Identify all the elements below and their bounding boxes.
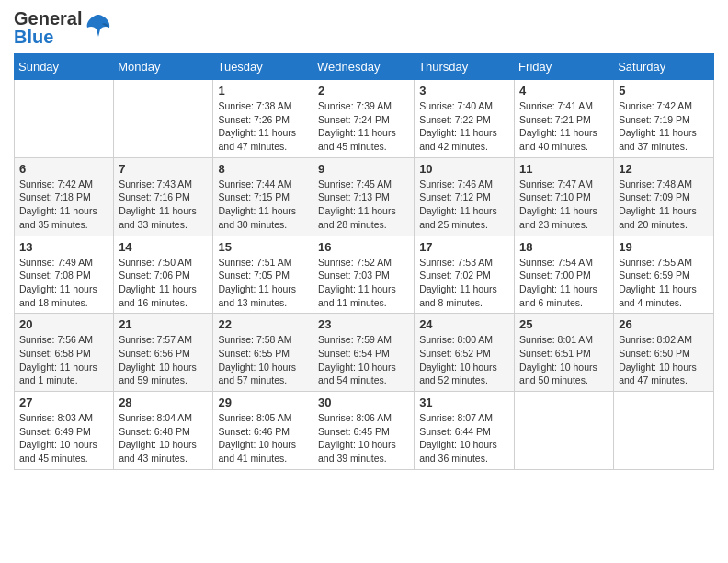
day-number: 18 <box>519 240 609 254</box>
calendar-week-row: 6Sunrise: 7:42 AM Sunset: 7:18 PM Daylig… <box>15 157 714 236</box>
calendar-cell: 28Sunrise: 8:04 AM Sunset: 6:48 PM Dayli… <box>114 392 213 470</box>
day-number: 1 <box>218 84 308 98</box>
calendar-cell: 2Sunrise: 7:39 AM Sunset: 7:24 PM Daylig… <box>313 80 415 158</box>
calendar: SundayMondayTuesdayWednesdayThursdayFrid… <box>14 53 714 470</box>
logo-blue-text: Blue <box>14 28 82 46</box>
day-of-week-header: Wednesday <box>313 54 415 80</box>
day-number: 11 <box>519 162 609 176</box>
day-number: 31 <box>419 396 509 409</box>
day-info: Sunrise: 7:40 AM Sunset: 7:22 PM Dayligh… <box>419 99 509 154</box>
calendar-cell: 13Sunrise: 7:49 AM Sunset: 7:08 PM Dayli… <box>15 236 114 314</box>
day-info: Sunrise: 7:54 AM Sunset: 7:00 PM Dayligh… <box>519 256 609 310</box>
day-of-week-header: Monday <box>114 54 213 80</box>
calendar-cell <box>515 392 614 470</box>
calendar-cell: 16Sunrise: 7:52 AM Sunset: 7:03 PM Dayli… <box>313 236 415 314</box>
day-info: Sunrise: 7:44 AM Sunset: 7:15 PM Dayligh… <box>218 178 308 232</box>
day-info: Sunrise: 7:52 AM Sunset: 7:03 PM Dayligh… <box>318 256 409 310</box>
day-info: Sunrise: 7:57 AM Sunset: 6:56 PM Dayligh… <box>119 333 208 387</box>
calendar-cell: 22Sunrise: 7:58 AM Sunset: 6:55 PM Dayli… <box>213 314 313 392</box>
day-number: 13 <box>19 240 108 254</box>
calendar-cell: 9Sunrise: 7:45 AM Sunset: 7:13 PM Daylig… <box>313 157 415 236</box>
calendar-cell: 25Sunrise: 8:01 AM Sunset: 6:51 PM Dayli… <box>515 314 614 392</box>
day-number: 10 <box>419 162 509 176</box>
day-of-week-header: Sunday <box>15 54 114 80</box>
day-of-week-header: Thursday <box>415 54 515 80</box>
day-info: Sunrise: 7:55 AM Sunset: 6:59 PM Dayligh… <box>619 256 709 310</box>
calendar-cell: 7Sunrise: 7:43 AM Sunset: 7:16 PM Daylig… <box>114 157 213 236</box>
days-of-week-row: SundayMondayTuesdayWednesdayThursdayFrid… <box>15 54 714 80</box>
calendar-cell: 27Sunrise: 8:03 AM Sunset: 6:49 PM Dayli… <box>15 392 114 470</box>
logo-general-text: General <box>14 9 82 28</box>
calendar-cell: 11Sunrise: 7:47 AM Sunset: 7:10 PM Dayli… <box>515 157 614 236</box>
calendar-week-row: 20Sunrise: 7:56 AM Sunset: 6:58 PM Dayli… <box>15 314 714 392</box>
day-info: Sunrise: 7:51 AM Sunset: 7:05 PM Dayligh… <box>218 256 308 310</box>
day-info: Sunrise: 7:59 AM Sunset: 6:54 PM Dayligh… <box>318 333 409 387</box>
day-info: Sunrise: 8:01 AM Sunset: 6:51 PM Dayligh… <box>519 333 609 387</box>
day-number: 8 <box>218 162 308 176</box>
day-number: 6 <box>19 162 108 176</box>
calendar-cell: 30Sunrise: 8:06 AM Sunset: 6:45 PM Dayli… <box>313 392 415 470</box>
day-info: Sunrise: 8:05 AM Sunset: 6:46 PM Dayligh… <box>218 411 308 465</box>
calendar-cell: 26Sunrise: 8:02 AM Sunset: 6:50 PM Dayli… <box>614 314 714 392</box>
day-info: Sunrise: 7:48 AM Sunset: 7:09 PM Dayligh… <box>619 178 709 232</box>
day-number: 27 <box>19 396 108 409</box>
day-number: 17 <box>419 240 509 254</box>
calendar-cell: 18Sunrise: 7:54 AM Sunset: 7:00 PM Dayli… <box>515 236 614 314</box>
day-info: Sunrise: 7:47 AM Sunset: 7:10 PM Dayligh… <box>519 178 609 232</box>
day-number: 9 <box>318 162 409 176</box>
calendar-cell: 20Sunrise: 7:56 AM Sunset: 6:58 PM Dayli… <box>15 314 114 392</box>
day-info: Sunrise: 7:43 AM Sunset: 7:16 PM Dayligh… <box>119 178 208 232</box>
header: General Blue <box>14 9 714 46</box>
day-number: 25 <box>519 317 609 331</box>
day-number: 29 <box>218 396 308 409</box>
day-number: 28 <box>119 396 208 409</box>
day-of-week-header: Friday <box>515 54 614 80</box>
day-number: 16 <box>318 240 409 254</box>
calendar-cell <box>614 392 714 470</box>
day-number: 23 <box>318 317 409 331</box>
calendar-cell: 19Sunrise: 7:55 AM Sunset: 6:59 PM Dayli… <box>614 236 714 314</box>
day-number: 12 <box>619 162 709 176</box>
day-info: Sunrise: 8:04 AM Sunset: 6:48 PM Dayligh… <box>119 411 208 465</box>
calendar-week-row: 13Sunrise: 7:49 AM Sunset: 7:08 PM Dayli… <box>15 236 714 314</box>
calendar-cell: 1Sunrise: 7:38 AM Sunset: 7:26 PM Daylig… <box>213 80 313 158</box>
day-number: 4 <box>519 84 609 98</box>
calendar-week-row: 1Sunrise: 7:38 AM Sunset: 7:26 PM Daylig… <box>15 80 714 158</box>
day-info: Sunrise: 8:03 AM Sunset: 6:49 PM Dayligh… <box>19 411 108 465</box>
day-info: Sunrise: 7:42 AM Sunset: 7:19 PM Dayligh… <box>619 99 709 154</box>
day-info: Sunrise: 7:56 AM Sunset: 6:58 PM Dayligh… <box>19 333 108 387</box>
day-info: Sunrise: 7:39 AM Sunset: 7:24 PM Dayligh… <box>318 99 409 154</box>
calendar-header: SundayMondayTuesdayWednesdayThursdayFrid… <box>15 54 714 80</box>
day-number: 22 <box>218 317 308 331</box>
logo: General Blue <box>14 9 113 46</box>
day-info: Sunrise: 7:42 AM Sunset: 7:18 PM Dayligh… <box>19 178 108 232</box>
day-number: 20 <box>19 317 108 331</box>
day-info: Sunrise: 7:38 AM Sunset: 7:26 PM Dayligh… <box>218 99 308 154</box>
day-info: Sunrise: 8:00 AM Sunset: 6:52 PM Dayligh… <box>419 333 509 387</box>
calendar-cell: 12Sunrise: 7:48 AM Sunset: 7:09 PM Dayli… <box>614 157 714 236</box>
day-info: Sunrise: 7:45 AM Sunset: 7:13 PM Dayligh… <box>318 178 409 232</box>
day-number: 2 <box>318 84 409 98</box>
day-info: Sunrise: 7:50 AM Sunset: 7:06 PM Dayligh… <box>119 256 208 310</box>
logo-bird-icon <box>84 11 113 40</box>
day-number: 15 <box>218 240 308 254</box>
calendar-cell: 5Sunrise: 7:42 AM Sunset: 7:19 PM Daylig… <box>614 80 714 158</box>
calendar-week-row: 27Sunrise: 8:03 AM Sunset: 6:49 PM Dayli… <box>15 392 714 470</box>
day-info: Sunrise: 7:41 AM Sunset: 7:21 PM Dayligh… <box>519 99 609 154</box>
day-number: 3 <box>419 84 509 98</box>
day-info: Sunrise: 7:46 AM Sunset: 7:12 PM Dayligh… <box>419 178 509 232</box>
day-number: 5 <box>619 84 709 98</box>
calendar-cell: 23Sunrise: 7:59 AM Sunset: 6:54 PM Dayli… <box>313 314 415 392</box>
calendar-cell: 6Sunrise: 7:42 AM Sunset: 7:18 PM Daylig… <box>15 157 114 236</box>
day-of-week-header: Saturday <box>614 54 714 80</box>
calendar-cell: 17Sunrise: 7:53 AM Sunset: 7:02 PM Dayli… <box>415 236 515 314</box>
day-of-week-header: Tuesday <box>213 54 313 80</box>
day-info: Sunrise: 7:58 AM Sunset: 6:55 PM Dayligh… <box>218 333 308 387</box>
day-number: 19 <box>619 240 709 254</box>
calendar-cell: 24Sunrise: 8:00 AM Sunset: 6:52 PM Dayli… <box>415 314 515 392</box>
calendar-cell <box>114 80 213 158</box>
calendar-cell: 8Sunrise: 7:44 AM Sunset: 7:15 PM Daylig… <box>213 157 313 236</box>
calendar-cell: 10Sunrise: 7:46 AM Sunset: 7:12 PM Dayli… <box>415 157 515 236</box>
day-number: 26 <box>619 317 709 331</box>
calendar-cell: 14Sunrise: 7:50 AM Sunset: 7:06 PM Dayli… <box>114 236 213 314</box>
